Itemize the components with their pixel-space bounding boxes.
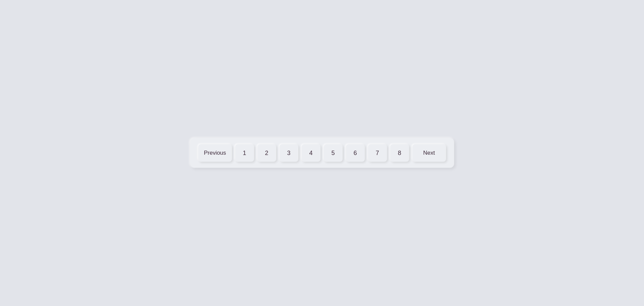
previous-button[interactable]: Previous <box>198 144 232 162</box>
page-3-button[interactable]: 3 <box>280 144 298 162</box>
page-7-button[interactable]: 7 <box>368 144 387 162</box>
page-2-button[interactable]: 2 <box>257 144 276 162</box>
pagination-container: Previous 1 2 3 4 5 6 7 8 Next <box>190 138 454 168</box>
page-6-button[interactable]: 6 <box>346 144 365 162</box>
page-1-button[interactable]: 1 <box>235 144 254 162</box>
page-8-button[interactable]: 8 <box>390 144 409 162</box>
page-4-button[interactable]: 4 <box>302 144 320 162</box>
page-5-button[interactable]: 5 <box>324 144 343 162</box>
next-button[interactable]: Next <box>412 144 446 162</box>
